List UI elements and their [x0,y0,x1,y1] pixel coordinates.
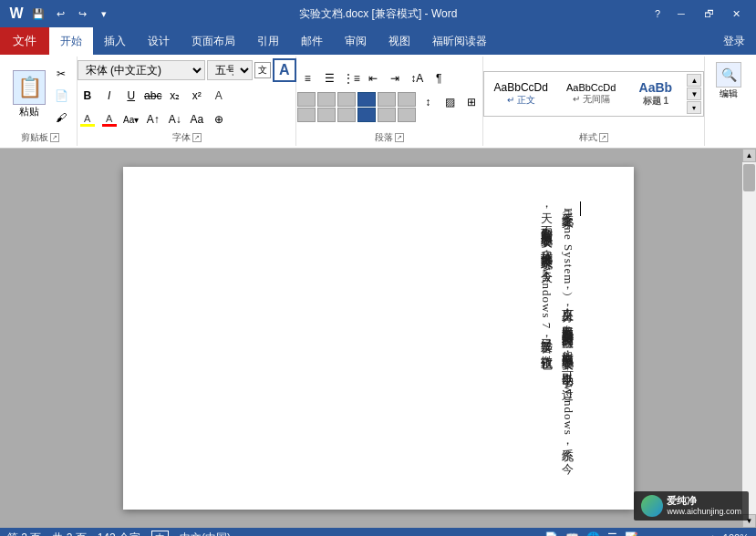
font-name-selector[interactable]: 宋体 (中文正文) [78,60,205,80]
customize-qa-icon[interactable]: ▾ [95,5,113,23]
minimize-button[interactable]: ─ [668,5,694,23]
big-a-button[interactable]: A [273,58,296,82]
tab-layout[interactable]: 页面布局 [181,27,246,55]
draft-view[interactable]: 📝 [625,531,638,536]
font-size-selector[interactable]: 五号 四号 三号 [207,60,253,80]
style-heading1[interactable]: AaBb 标题 1 [626,77,685,110]
sort-button[interactable]: ↕A [407,68,427,88]
clear-format-button[interactable]: A [209,86,229,106]
para-line-mark6[interactable] [398,92,416,107]
web-layout-view[interactable]: 🌐 [586,531,600,536]
bold-button[interactable]: B [78,86,98,106]
style-scroll-up[interactable]: ▲ [687,74,701,87]
styles-group: AaBbCcDd ↵ 正文 AaBbCcDd ↵ 无间隔 AaBb 标题 1 ▲… [483,57,705,146]
print-layout-view[interactable]: 📄 [544,531,558,536]
bullets-button[interactable]: ≡ [297,68,317,88]
para-line-mark7[interactable] [297,108,316,122]
para-line-mark9[interactable] [337,108,356,122]
clipboard-expand-icon[interactable]: ↗ [50,133,59,142]
para-line-mark5[interactable] [378,92,396,107]
tab-insert[interactable]: 插入 [93,27,137,55]
tab-design[interactable]: 设计 [137,27,181,55]
font-color-button[interactable]: A [99,109,119,129]
scroll-thumb[interactable] [743,164,755,191]
zoom-out-button[interactable]: ─ [646,532,653,536]
style-more[interactable]: ▾ [687,101,701,114]
underline-button[interactable]: U [121,86,141,106]
font-shrink-button[interactable]: A↓ [165,109,185,129]
document-page[interactable]: 系统之家（Home System），广义上百分，电脑系统安装不是很普及的时候，一… [123,167,634,510]
undo-icon[interactable]: ↩ [51,5,69,23]
help-icon[interactable]: ? [648,5,667,23]
show-marks-button[interactable]: ¶ [429,68,449,88]
tab-view[interactable]: 视图 [378,27,421,55]
font-expand-icon[interactable]: ↗ [192,133,202,142]
para-line-mark4[interactable] [357,92,376,107]
numbering-button[interactable]: ☰ [319,68,339,88]
paragraph-expand-icon[interactable]: ↗ [395,133,404,142]
para-line-mark12[interactable] [398,108,416,122]
save-icon[interactable]: 💾 [29,5,47,23]
para-line-mark10[interactable] [357,108,376,122]
redo-icon[interactable]: ↪ [73,5,91,23]
change-case-button[interactable]: Aa [187,109,207,129]
multilevel-button[interactable]: ⋮≡ [341,68,361,88]
vertical-scrollbar[interactable]: ▲ ▼ [742,149,756,528]
titlebar-left: W 💾 ↩ ↪ ▾ [7,5,113,23]
cut-button[interactable]: ✂ [51,64,71,84]
paragraph-icons: ≡ ☰ ⋮≡ ⇤ ⇥ ↕A ¶ [297,67,482,122]
shade-button[interactable]: ▨ [440,92,460,112]
tab-start[interactable]: 开始 [49,27,93,55]
login-button[interactable]: 登录 [712,30,756,53]
borders-button[interactable]: ⊞ [461,92,482,112]
para-line-mark8[interactable] [317,108,336,122]
styles-expand-icon[interactable]: ↗ [599,133,608,142]
para-line-mark11[interactable] [378,108,396,122]
font-top-row: 宋体 (中文正文) 五号 四号 三号 文 A [78,58,296,82]
font-grow-button[interactable]: A↑ [143,109,163,129]
close-button[interactable]: ✕ [723,5,749,23]
subscript-button[interactable]: x₂ [165,86,185,106]
italic-button[interactable]: I [99,86,119,106]
para-mark-row1 [297,92,416,107]
style-normal[interactable]: AaBbCcDd ↵ 正文 [486,78,556,109]
zoom-in-button[interactable]: + [709,532,715,536]
language: 中文(中国) [180,531,231,537]
aa-button[interactable]: Aa▾ [121,109,141,129]
paste-button[interactable]: 📋 粘贴 [9,68,49,120]
statusbar-right: 📄 📖 🌐 ☰ 📝 ─ ────── + 100% [544,531,749,536]
tab-review[interactable]: 审阅 [334,27,378,55]
line-spacing-button[interactable]: ↕ [418,92,438,112]
style-no-spacing[interactable]: AaBbCcDd ↵ 无间隔 [558,79,624,108]
superscript-button[interactable]: x² [187,86,207,106]
font-group: 宋体 (中文正文) 五号 四号 三号 文 A B I U abc x₂ x² [78,57,296,146]
para-line-mark2[interactable] [317,92,336,107]
tab-file[interactable]: 文件 [0,27,49,55]
restore-button[interactable]: 🗗 [696,5,721,23]
decrease-indent-button[interactable]: ⇤ [363,68,383,88]
outline-view[interactable]: ☰ [607,531,617,536]
copy-button[interactable]: 📄 [51,86,71,106]
wn-size-button[interactable]: 文 [254,62,271,78]
tab-references[interactable]: 引用 [246,27,290,55]
style-scroll-down[interactable]: ▼ [687,88,701,100]
para-mark-row2 [297,108,416,122]
tab-foxit[interactable]: 福昕阅读器 [421,27,498,55]
text-highlight-button[interactable]: A [78,109,98,129]
strikethrough-button[interactable]: abc [143,86,163,106]
scroll-up-arrow[interactable]: ▲ [742,149,756,162]
para-line-mark3[interactable] [337,92,356,107]
increase-indent-button[interactable]: ⇥ [385,68,405,88]
font-color-bar [102,124,117,127]
read-layout-view[interactable]: 📖 [565,531,579,536]
editing-button[interactable]: 🔍 编辑 [714,60,743,102]
clipboard-content: 📋 粘贴 ✂ 📄 🖌 [9,58,71,129]
document-text[interactable]: 系统之家（Home System），广义上百分，电脑系统安装不是很普及的时候，一… [536,203,579,459]
zoom-slider[interactable]: ────── [660,532,703,536]
titlebar: W 💾 ↩ ↪ ▾ 实验文档.docx [兼容模式] - Word ? ─ 🗗 … [0,0,756,27]
para-line-mark1[interactable] [297,92,316,107]
more-color-button[interactable]: ⊕ [209,109,229,129]
watermark-logo [641,495,663,517]
format-painter-button[interactable]: 🖌 [51,108,71,128]
tab-mailings[interactable]: 邮件 [290,27,334,55]
